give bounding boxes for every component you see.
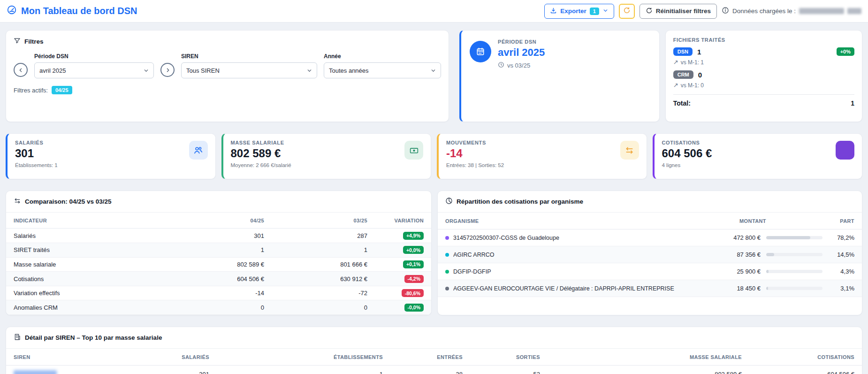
- download-icon: [550, 7, 557, 15]
- reset-filters-button[interactable]: Réinitialiser filtres: [640, 4, 717, 19]
- dsn-delta-badge: +0%: [837, 47, 854, 56]
- siren-link-redacted[interactable]: [14, 370, 57, 374]
- fichiers-traites-card: FICHIERS TRAITÉS DSN 1 +0% ↗ vs M-1: 1 C…: [665, 30, 862, 122]
- part-progress-bar: [766, 287, 822, 290]
- periode-dsn-card: PÉRIODE DSN avril 2025 vs 03/25: [459, 30, 660, 122]
- table-row: Variation effectifs -14 -72 -80,6%: [6, 286, 431, 301]
- chevron-down-icon: [602, 8, 609, 15]
- table-row: 301 1 38 52 802 589 € 604 506 €: [6, 366, 862, 374]
- repartition-title: Répartition des cotisations par organism…: [457, 198, 583, 205]
- refresh-icon: [623, 7, 631, 15]
- table-row: AGGEEV-GAN EUROCOURTAGE VIE / Délégatair…: [438, 280, 862, 297]
- table-row: Salariés 301 287 +4,9%: [6, 229, 431, 243]
- stat-label: MASSE SALARIALE: [231, 140, 291, 145]
- reset-filters-label: Réinitialiser filtres: [656, 8, 711, 15]
- banknote-icon: [404, 141, 423, 160]
- stat-label: MOUVEMENTS: [446, 140, 504, 145]
- variation-badge: -0,0%: [404, 304, 424, 312]
- stat-value: 802 589 €: [231, 147, 291, 160]
- cotisations-icon: [836, 141, 854, 160]
- dashboard-content: Filtres Période DSN avril 2025: [0, 23, 868, 374]
- crm-compare: vs M-1: 0: [681, 82, 704, 89]
- table-row: SIRET traités 1 1 +0,0%: [6, 243, 431, 258]
- filters-title: Filtres: [24, 38, 44, 45]
- data-loaded-status: Données chargées le :: [722, 7, 861, 15]
- period-filter-label: Période DSN: [34, 53, 154, 60]
- filter-icon: [14, 37, 21, 46]
- dashboard-gauge-icon: [7, 5, 17, 17]
- crm-badge: CRM: [673, 70, 693, 79]
- siren-filter-label: SIREN: [181, 53, 317, 60]
- periode-value: avril 2025: [498, 46, 545, 59]
- year-select[interactable]: Toutes années: [324, 62, 441, 78]
- export-button[interactable]: Exporter 1: [544, 4, 614, 19]
- export-label: Exporter: [560, 8, 586, 15]
- trend-up-icon: ↗: [673, 59, 678, 66]
- table-row: Anomalies CRM 0 0 -0,0%: [6, 300, 431, 315]
- users-icon: [189, 141, 208, 160]
- reset-icon: [646, 7, 653, 15]
- stat-subtitle: 4 lignes: [662, 162, 712, 168]
- comparison-header-row: INDICATEUR 04/25 03/25 VARIATION: [6, 213, 431, 229]
- active-filter-badge: 04/25: [52, 86, 72, 94]
- trend-up-icon: ↗: [673, 82, 678, 89]
- pie-chart-icon: [445, 197, 453, 206]
- dsn-badge: DSN: [673, 47, 693, 56]
- periode-compare: vs 03/25: [507, 62, 530, 69]
- variation-badge: -4,2%: [404, 275, 424, 283]
- stat-label: COTISATIONS: [662, 140, 712, 145]
- masse-salariale-stat-card: MASSE SALARIALE 802 589 € Moyenne: 2 666…: [221, 133, 432, 179]
- mouvements-stat-card: MOUVEMENTS -14 Entrées: 38 | Sorties: 52: [437, 133, 647, 179]
- stat-subtitle: Entrées: 38 | Sorties: 52: [446, 162, 504, 168]
- loaded-time-redacted: [847, 8, 861, 14]
- table-row: DGFIP-DGFIP 25 900 € 4,3%: [438, 263, 862, 280]
- stat-label: SALARIÉS: [15, 140, 58, 145]
- organisme-color-dot: [445, 236, 449, 240]
- repartition-card: Répartition des cotisations par organism…: [437, 191, 862, 315]
- next-period-button[interactable]: [160, 63, 175, 77]
- loaded-date-redacted: [799, 8, 844, 14]
- table-row: Masse salariale 802 589 € 801 666 € +0,1…: [6, 258, 431, 272]
- table-row: AGIRC ARRCO 87 356 € 14,5%: [438, 246, 862, 263]
- clock-icon: [498, 61, 504, 69]
- refresh-button[interactable]: [619, 4, 635, 19]
- total-value: 1: [851, 99, 854, 107]
- dsn-count: 1: [697, 48, 701, 56]
- filters-panel: Filtres Période DSN avril 2025: [6, 30, 449, 122]
- period-select[interactable]: avril 2025: [34, 62, 154, 78]
- stat-subtitle: Moyenne: 2 666 €/salarié: [231, 162, 291, 168]
- detail-title: Détail par SIREN – Top 10 par masse sala…: [25, 334, 162, 341]
- repartition-header-row: ORGANISME MONTANT PART: [438, 213, 862, 229]
- stat-value: -14: [446, 147, 504, 160]
- stat-value: 301: [15, 147, 58, 160]
- detail-siren-card: Détail par SIREN – Top 10 par masse sala…: [6, 327, 862, 374]
- export-count-badge: 1: [590, 8, 599, 15]
- comparison-title: Comparaison: 04/25 vs 03/25: [25, 198, 112, 205]
- dsn-compare: vs M-1: 1: [681, 59, 704, 66]
- detail-header-row: SIREN SALARIÉS ÉTABLISSEMENTS ENTRÉES SO…: [6, 349, 862, 366]
- fichiers-label: FICHIERS TRAITÉS: [673, 37, 854, 43]
- variation-badge: +0,1%: [403, 260, 424, 268]
- salaries-stat-card: SALARIÉS 301 Établissements: 1: [6, 133, 216, 179]
- variation-badge: +4,9%: [403, 232, 424, 240]
- part-progress-bar: [766, 270, 822, 273]
- compare-arrows-icon: [14, 197, 21, 206]
- variation-badge: -80,6%: [402, 289, 424, 297]
- active-filters-label: Filtres actifs:: [14, 87, 48, 94]
- topbar: Mon Tableau de bord DSN Exporter 1: [0, 0, 868, 23]
- topbar-actions: Exporter 1 Réinitialiser filtres: [544, 4, 861, 19]
- calendar-icon: [470, 41, 491, 62]
- previous-period-button[interactable]: [14, 63, 28, 77]
- page-title: Mon Tableau de bord DSN: [7, 5, 137, 17]
- data-loaded-label: Données chargées le :: [732, 8, 796, 15]
- stat-subtitle: Établissements: 1: [15, 162, 58, 168]
- table-row: 31457202500307-CGSS de Guadeloupe 472 80…: [438, 229, 862, 246]
- organisme-color-dot: [445, 253, 449, 257]
- periode-label: PÉRIODE DSN: [498, 39, 545, 45]
- page-title-text: Mon Tableau de bord DSN: [21, 6, 137, 16]
- siren-select[interactable]: Tous SIREN: [181, 62, 317, 78]
- organisme-color-dot: [445, 270, 449, 274]
- part-progress-bar: [766, 253, 822, 256]
- part-progress-bar: [766, 236, 822, 239]
- variation-badge: +0,0%: [403, 246, 424, 254]
